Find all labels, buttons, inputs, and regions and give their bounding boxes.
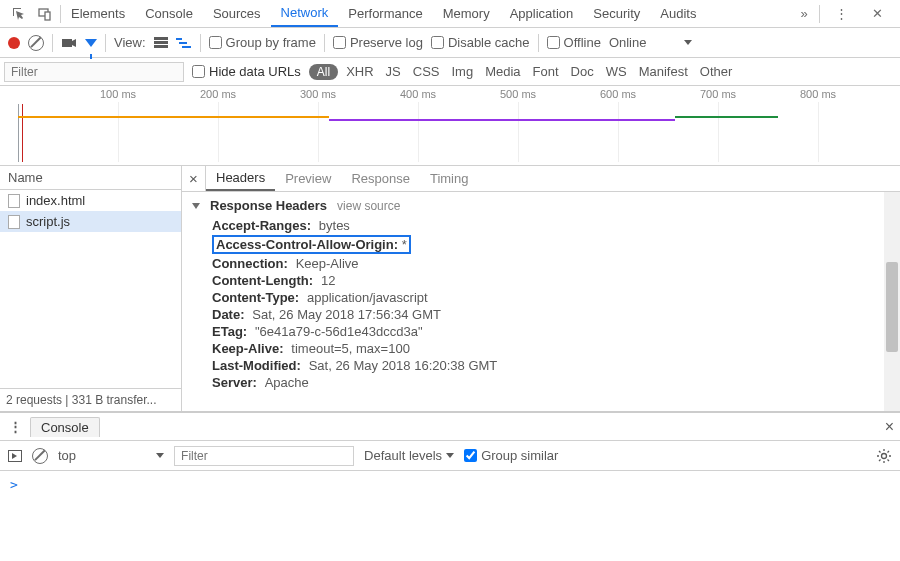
- tab-audits[interactable]: Audits: [650, 0, 706, 27]
- detail-tab-headers[interactable]: Headers: [206, 166, 275, 191]
- close-devtools-icon[interactable]: ✕: [866, 3, 888, 25]
- header-value: Keep-Alive: [296, 256, 359, 271]
- caret-down-icon: [684, 40, 692, 45]
- disclosure-triangle-icon[interactable]: [192, 203, 200, 209]
- timeline-marker-load: [22, 104, 23, 162]
- file-icon: [8, 194, 20, 208]
- detail-tab-timing[interactable]: Timing: [420, 166, 479, 191]
- svg-point-9: [882, 453, 887, 458]
- offline-checkbox[interactable]: Offline: [547, 35, 601, 50]
- request-row[interactable]: script.js: [0, 211, 181, 232]
- tab-network[interactable]: Network: [271, 0, 339, 27]
- tab-application[interactable]: Application: [500, 0, 584, 27]
- timeline-tick: 100 ms: [100, 88, 136, 100]
- hide-data-urls-checkbox[interactable]: Hide data URLs: [192, 64, 301, 79]
- svg-rect-4: [154, 41, 168, 44]
- panel-tabs: ElementsConsoleSourcesNetworkPerformance…: [61, 0, 793, 27]
- kebab-menu-icon[interactable]: ⋮: [830, 3, 852, 25]
- timeline-tick: 500 ms: [500, 88, 536, 100]
- header-value: 12: [321, 273, 335, 288]
- group-similar-checkbox[interactable]: Group similar: [464, 448, 558, 463]
- tab-sources[interactable]: Sources: [203, 0, 271, 27]
- context-select[interactable]: top: [58, 448, 164, 463]
- svg-rect-5: [154, 45, 168, 48]
- filter-type-media[interactable]: Media: [485, 64, 520, 79]
- filter-type-all[interactable]: All: [309, 64, 338, 80]
- svg-rect-6: [176, 38, 182, 40]
- separator: [200, 34, 201, 52]
- separator: [105, 34, 106, 52]
- console-prompt[interactable]: >: [0, 471, 900, 498]
- inspect-icon[interactable]: [8, 3, 30, 25]
- disable-cache-checkbox[interactable]: Disable cache: [431, 35, 530, 50]
- execution-context-icon[interactable]: [8, 450, 22, 462]
- throttling-select[interactable]: Online: [609, 35, 693, 50]
- close-drawer-icon[interactable]: ×: [885, 418, 894, 436]
- filter-type-other[interactable]: Other: [700, 64, 733, 79]
- detail-tab-response[interactable]: Response: [341, 166, 420, 191]
- separator: [819, 5, 820, 23]
- record-button[interactable]: [8, 37, 20, 49]
- header-key: ETag:: [212, 324, 247, 339]
- svg-rect-2: [62, 39, 72, 47]
- tab-performance[interactable]: Performance: [338, 0, 432, 27]
- tab-console[interactable]: Console: [30, 417, 100, 437]
- file-icon: [8, 215, 20, 229]
- drawer-menu-icon[interactable]: ⋮: [6, 419, 24, 434]
- more-tabs-icon[interactable]: »: [793, 3, 815, 25]
- svg-rect-1: [45, 12, 50, 20]
- tab-security[interactable]: Security: [583, 0, 650, 27]
- view-source-link[interactable]: view source: [337, 199, 400, 213]
- timeline-tick: 600 ms: [600, 88, 636, 100]
- camera-icon[interactable]: [61, 37, 77, 49]
- console-settings-icon[interactable]: [876, 448, 892, 464]
- filter-type-xhr[interactable]: XHR: [346, 64, 373, 79]
- filter-type-img[interactable]: Img: [451, 64, 473, 79]
- timeline-tick: 400 ms: [400, 88, 436, 100]
- header-key: Access-Control-Allow-Origin:: [216, 237, 398, 252]
- response-header-row: Server: Apache: [192, 374, 890, 391]
- detail-tab-preview[interactable]: Preview: [275, 166, 341, 191]
- clear-console-icon[interactable]: [32, 448, 48, 464]
- tab-memory[interactable]: Memory: [433, 0, 500, 27]
- file-name: script.js: [26, 214, 70, 229]
- filter-type-doc[interactable]: Doc: [571, 64, 594, 79]
- large-rows-icon[interactable]: [154, 37, 168, 49]
- group-by-frame-checkbox[interactable]: Group by frame: [209, 35, 316, 50]
- tab-elements[interactable]: Elements: [61, 0, 135, 27]
- preserve-log-checkbox[interactable]: Preserve log: [333, 35, 423, 50]
- filter-type-ws[interactable]: WS: [606, 64, 627, 79]
- timeline-tick: 700 ms: [700, 88, 736, 100]
- request-row[interactable]: index.html: [0, 190, 181, 211]
- filter-type-css[interactable]: CSS: [413, 64, 440, 79]
- header-key: Server:: [212, 375, 257, 390]
- timeline-tick: 800 ms: [800, 88, 836, 100]
- timeline-tick: 300 ms: [300, 88, 336, 100]
- response-headers-title: Response Headers: [210, 198, 327, 213]
- network-filter-input[interactable]: [4, 62, 184, 82]
- response-header-row: Access-Control-Allow-Origin: *: [192, 234, 890, 255]
- header-value: application/javascript: [307, 290, 428, 305]
- filter-toggle-icon[interactable]: [85, 39, 97, 47]
- filter-type-js[interactable]: JS: [386, 64, 401, 79]
- network-timeline[interactable]: 100 ms200 ms300 ms400 ms500 ms600 ms700 …: [0, 86, 900, 166]
- waterfall-icon[interactable]: [176, 37, 192, 49]
- console-filter-input[interactable]: [174, 446, 354, 466]
- scrollbar[interactable]: [884, 192, 900, 411]
- name-column-header[interactable]: Name: [0, 166, 181, 190]
- log-levels-select[interactable]: Default levels: [364, 448, 454, 463]
- caret-down-icon: [446, 453, 454, 458]
- tab-console[interactable]: Console: [135, 0, 203, 27]
- header-key: Content-Type:: [212, 290, 299, 305]
- header-value: bytes: [319, 218, 350, 233]
- filter-type-manifest[interactable]: Manifest: [639, 64, 688, 79]
- filter-type-font[interactable]: Font: [533, 64, 559, 79]
- svg-rect-7: [179, 42, 187, 44]
- close-details-icon[interactable]: ×: [182, 166, 206, 191]
- timeline-marker: [18, 104, 19, 162]
- device-toggle-icon[interactable]: [34, 3, 56, 25]
- response-header-row: Accept-Ranges: bytes: [192, 217, 890, 234]
- svg-rect-8: [182, 46, 191, 48]
- header-key: Keep-Alive:: [212, 341, 284, 356]
- clear-icon[interactable]: [28, 35, 44, 51]
